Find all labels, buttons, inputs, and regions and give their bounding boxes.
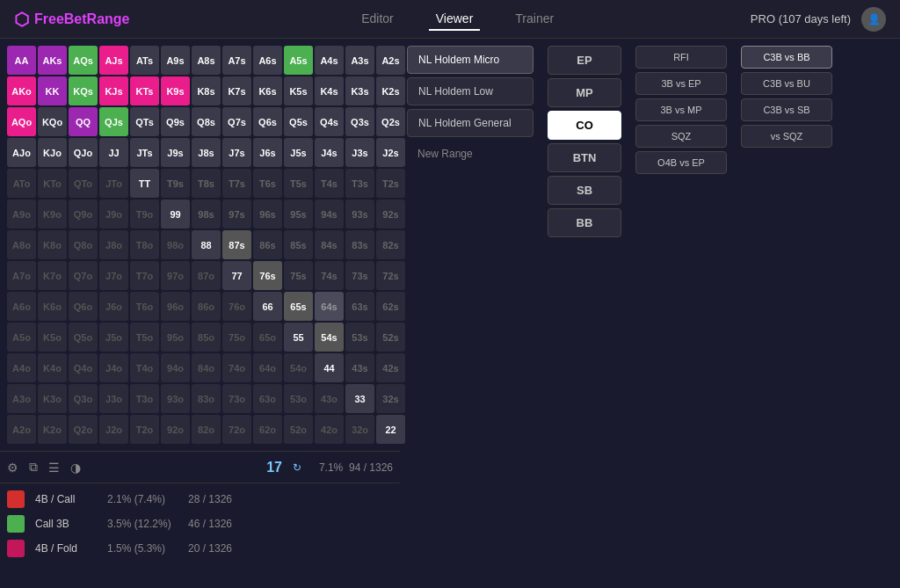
grid-cell-j2o[interactable]: J2o (99, 415, 128, 444)
grid-cell-a5o[interactable]: A5o (7, 323, 36, 352)
grid-cell-t2o[interactable]: T2o (130, 415, 159, 444)
grid-cell-95s[interactable]: 95s (284, 200, 313, 229)
grid-cell-76o[interactable]: 76o (222, 292, 251, 321)
grid-cell-t9o[interactable]: T9o (130, 200, 159, 229)
grid-cell-q4o[interactable]: Q4o (69, 353, 98, 382)
grid-cell-a9s[interactable]: A9s (161, 46, 190, 75)
grid-cell-q7s[interactable]: Q7s (222, 107, 251, 136)
grid-cell-42o[interactable]: 42o (315, 415, 344, 444)
grid-cell-q8s[interactable]: Q8s (192, 107, 221, 136)
pos-btn-sb[interactable]: SB (548, 176, 621, 205)
grid-cell-kqo[interactable]: KQo (38, 107, 67, 136)
grid-cell-t9s[interactable]: T9s (161, 169, 190, 198)
grid-cell-75s[interactable]: 75s (284, 261, 313, 290)
grid-cell-q9s[interactable]: Q9s (161, 107, 190, 136)
grid-cell-q4s[interactable]: Q4s (315, 107, 344, 136)
grid-cell-t6o[interactable]: T6o (130, 292, 159, 321)
grid-cell-a7s[interactable]: A7s (222, 46, 251, 75)
grid-cell-k6s[interactable]: K6s (253, 76, 282, 105)
grid-cell-k7s[interactable]: K7s (222, 76, 251, 105)
scenario-vs-sqz[interactable]: vs SQZ (741, 125, 832, 148)
grid-cell-32o[interactable]: 32o (345, 415, 374, 444)
grid-cell-jto[interactable]: JTo (99, 169, 128, 198)
pos-btn-ep[interactable]: EP (548, 46, 621, 75)
grid-cell-a6s[interactable]: A6s (253, 46, 282, 75)
grid-cell-87o[interactable]: 87o (192, 261, 221, 290)
grid-cell-q5o[interactable]: Q5o (69, 323, 98, 352)
grid-cell-k4s[interactable]: K4s (315, 76, 344, 105)
scenario-3b-mp[interactable]: 3B vs MP (635, 98, 727, 121)
grid-cell-55[interactable]: 55 (284, 323, 313, 352)
grid-cell-t5o[interactable]: T5o (130, 323, 159, 352)
grid-cell-t7s[interactable]: T7s (222, 169, 251, 198)
grid-cell-kjs[interactable]: KJs (99, 76, 128, 105)
grid-cell-92o[interactable]: 92o (161, 415, 190, 444)
grid-cell-93s[interactable]: 93s (345, 200, 374, 229)
grid-cell-aqo[interactable]: AQo (7, 107, 36, 136)
grid-cell-97s[interactable]: 97s (222, 200, 251, 229)
scenario-c3b-bb[interactable]: C3B vs BB (741, 46, 832, 69)
grid-cell-k7o[interactable]: K7o (38, 261, 67, 290)
grid-cell-j4o[interactable]: J4o (99, 353, 128, 382)
grid-cell-aks[interactable]: AKs (38, 46, 67, 75)
grid-cell-65o[interactable]: 65o (253, 323, 282, 352)
grid-cell-j4s[interactable]: J4s (315, 138, 344, 167)
grid-cell-k5o[interactable]: K5o (38, 323, 67, 352)
grid-cell-73o[interactable]: 73o (222, 384, 251, 413)
doc-icon[interactable]: ☰ (48, 461, 60, 475)
grid-cell-43o[interactable]: 43o (315, 384, 344, 413)
grid-cell-75o[interactable]: 75o (222, 323, 251, 352)
range-btn-micro[interactable]: NL Holdem Micro (407, 46, 533, 74)
grid-cell-t4o[interactable]: T4o (130, 353, 159, 382)
grid-cell-95o[interactable]: 95o (161, 323, 190, 352)
grid-cell-k9s[interactable]: K9s (161, 76, 190, 105)
scenario-rfi[interactable]: RFI (635, 46, 727, 69)
grid-cell-q9o[interactable]: Q9o (69, 200, 98, 229)
grid-cell-83s[interactable]: 83s (345, 230, 374, 259)
grid-cell-aa[interactable]: AA (7, 46, 36, 75)
grid-cell-j5o[interactable]: J5o (99, 323, 128, 352)
copy-icon[interactable]: ⧉ (29, 460, 38, 475)
grid-cell-77[interactable]: 77 (222, 261, 251, 290)
grid-cell-qq[interactable]: QQ (69, 107, 98, 136)
grid-cell-a4s[interactable]: A4s (315, 46, 344, 75)
grid-cell-94s[interactable]: 94s (315, 200, 344, 229)
grid-cell-33[interactable]: 33 (345, 384, 374, 413)
grid-cell-54s[interactable]: 54s (315, 323, 344, 352)
grid-cell-72o[interactable]: 72o (222, 415, 251, 444)
grid-cell-j6o[interactable]: J6o (99, 292, 128, 321)
grid-cell-q7o[interactable]: Q7o (69, 261, 98, 290)
range-btn-general[interactable]: NL Holdem General (407, 109, 533, 137)
grid-cell-k8s[interactable]: K8s (192, 76, 221, 105)
grid-cell-73s[interactable]: 73s (345, 261, 374, 290)
contrast-icon[interactable]: ◑ (70, 461, 81, 475)
grid-cell-jts[interactable]: JTs (130, 138, 159, 167)
grid-cell-84o[interactable]: 84o (192, 353, 221, 382)
grid-cell-kk[interactable]: KK (38, 76, 67, 105)
scenario-c3b-sb[interactable]: C3B vs SB (741, 98, 832, 121)
grid-cell-62o[interactable]: 62o (253, 415, 282, 444)
grid-cell-t4s[interactable]: T4s (315, 169, 344, 198)
grid-cell-t8s[interactable]: T8s (192, 169, 221, 198)
grid-cell-63s[interactable]: 63s (345, 292, 374, 321)
grid-cell-q6o[interactable]: Q6o (69, 292, 98, 321)
tab-trainer[interactable]: Trainer (508, 8, 561, 31)
grid-cell-k3o[interactable]: K3o (38, 384, 67, 413)
grid-cell-85s[interactable]: 85s (284, 230, 313, 259)
grid-cell-a8s[interactable]: A8s (192, 46, 221, 75)
scenario-c3b-bu[interactable]: C3B vs BU (741, 72, 832, 95)
pos-btn-co[interactable]: CO (548, 111, 621, 140)
grid-cell-96s[interactable]: 96s (253, 200, 282, 229)
scenario-o4b-ep[interactable]: O4B vs EP (635, 151, 727, 174)
grid-cell-aqs[interactable]: AQs (69, 46, 98, 75)
grid-cell-t8o[interactable]: T8o (130, 230, 159, 259)
grid-cell-q3o[interactable]: Q3o (69, 384, 98, 413)
grid-cell-qts[interactable]: QTs (130, 107, 159, 136)
grid-cell-t3o[interactable]: T3o (130, 384, 159, 413)
grid-cell-ajs[interactable]: AJs (99, 46, 128, 75)
grid-cell-64o[interactable]: 64o (253, 353, 282, 382)
grid-cell-88[interactable]: 88 (192, 230, 221, 259)
grid-cell-53o[interactable]: 53o (284, 384, 313, 413)
grid-cell-44[interactable]: 44 (315, 353, 344, 382)
grid-cell-t5s[interactable]: T5s (284, 169, 313, 198)
